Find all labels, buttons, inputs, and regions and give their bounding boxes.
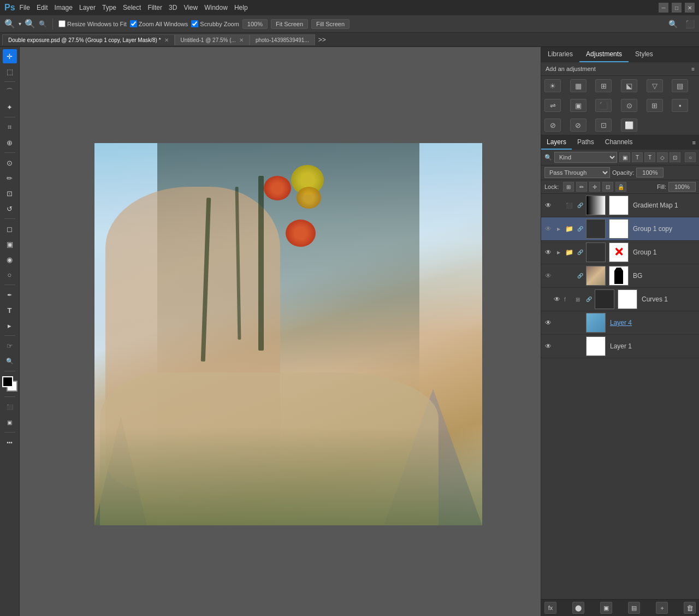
layer-visibility-layer-1[interactable]: 👁 <box>543 341 553 351</box>
zoom-tool[interactable]: 🔍 <box>3 354 17 368</box>
menu-window[interactable]: Window <box>204 4 228 11</box>
layer-visibility-gradient-map-1[interactable]: 👁 <box>543 200 553 210</box>
brightness-contrast-adj[interactable]: ☀ <box>544 79 561 92</box>
tabs-overflow-button[interactable]: >> <box>315 34 329 46</box>
canvas[interactable] <box>94 143 482 525</box>
layer-row-group-1[interactable]: 👁 ▶ 📁 🔗 ✕ Group 1 <box>541 241 699 264</box>
type-tool[interactable]: T <box>3 303 17 317</box>
fit-screen-button[interactable]: Fit Screen <box>271 19 308 29</box>
layer-group-button[interactable]: ▤ <box>628 602 640 614</box>
levels-adj[interactable]: ▦ <box>570 79 587 92</box>
filter-toggle[interactable]: ○ <box>685 152 696 162</box>
tab-libraries[interactable]: Libraries <box>541 47 579 62</box>
layer-visibility-curves-1[interactable]: 👁 <box>552 294 562 304</box>
blend-mode-select[interactable]: Pass Through <box>544 167 610 178</box>
color-balance-adj[interactable]: ⇌ <box>544 99 561 112</box>
scrubby-zoom-checkbox[interactable] <box>191 20 198 27</box>
layer-row-bg[interactable]: 👁 🔗 BG <box>541 264 699 288</box>
filter-pixel-icon[interactable]: ▣ <box>619 152 630 162</box>
hand-tool[interactable]: ☞ <box>3 339 17 353</box>
menu-type[interactable]: Type <box>102 4 116 11</box>
filter-adjustment-icon[interactable]: T <box>632 152 643 162</box>
foreground-background-colors[interactable] <box>2 376 17 392</box>
hsl-adj[interactable]: ▤ <box>672 79 688 92</box>
layer-kind-filter[interactable]: Kind <box>554 152 617 163</box>
invert-adj[interactable]: ▪ <box>672 99 688 112</box>
fill-screen-button[interactable]: Fill Screen <box>311 19 350 29</box>
menu-image[interactable]: Image <box>55 4 73 11</box>
tab-paths[interactable]: Paths <box>572 135 600 150</box>
layer-visibility-group-1-copy[interactable]: 👁 <box>543 224 553 234</box>
curves-adj[interactable]: ⊞ <box>595 79 612 92</box>
more-tools[interactable]: ••• <box>3 435 17 449</box>
lock-artboard[interactable]: ⊡ <box>602 182 613 192</box>
lasso-tool[interactable]: ⌒ <box>3 85 17 99</box>
foreground-color[interactable] <box>2 376 13 387</box>
filter-shape-icon[interactable]: ◇ <box>657 152 668 162</box>
zoom-tool-icon[interactable]: 🔍 <box>4 19 15 29</box>
blur-tool[interactable]: ◉ <box>3 252 17 266</box>
maximize-button[interactable]: □ <box>672 3 682 13</box>
menu-file[interactable]: File <box>20 4 30 11</box>
layer-name-layer-4[interactable]: Layer 4 <box>608 319 697 327</box>
lock-checkerboard[interactable]: ⊞ <box>563 182 574 192</box>
zoom-all-windows-checkbox[interactable] <box>130 20 137 27</box>
crop-tool[interactable]: ⌗ <box>3 120 17 134</box>
layer-row-layer-4[interactable]: 👁 Layer 4 <box>541 311 699 335</box>
brush-tool[interactable]: ✏ <box>3 171 17 185</box>
menu-3d[interactable]: 3D <box>169 4 177 11</box>
layer-expand-group-1[interactable]: ▶ <box>555 249 562 256</box>
path-selection-tool[interactable]: ▸ <box>3 318 17 333</box>
opacity-input[interactable] <box>636 168 664 177</box>
eyedropper-tool[interactable]: ⊕ <box>3 135 17 150</box>
resize-windows-checkbox[interactable] <box>58 20 66 27</box>
layer-new-button[interactable]: ＋ <box>656 602 668 614</box>
layer-visibility-group-1[interactable]: 👁 <box>543 247 553 257</box>
layer-visibility-bg[interactable]: 👁 <box>543 271 553 281</box>
layer-mask-button[interactable]: ⬤ <box>572 602 584 614</box>
tab-0[interactable]: Double exposure.psd @ 27.5% (Group 1 cop… <box>2 34 175 45</box>
fill-input[interactable] <box>668 182 696 192</box>
selective-color-adj[interactable]: ⬜ <box>621 119 637 132</box>
screen-mode[interactable]: ▣ <box>3 415 17 429</box>
tab-channels[interactable]: Channels <box>600 135 638 150</box>
filter-type-icon[interactable]: T <box>644 152 655 162</box>
filter-smart-icon[interactable]: ⊡ <box>670 152 680 162</box>
clone-stamp-tool[interactable]: ⊡ <box>3 186 17 200</box>
minimize-button[interactable]: ─ <box>659 3 668 13</box>
lock-all[interactable]: 🔒 <box>615 182 626 192</box>
lock-position[interactable]: ✛ <box>589 182 600 192</box>
menu-edit[interactable]: Edit <box>37 4 48 11</box>
arrange-documents-icon[interactable]: ⬛ <box>685 20 695 28</box>
magic-wand-tool[interactable]: ✦ <box>3 100 17 114</box>
photo-filter-adj[interactable]: ⬛ <box>595 99 612 112</box>
tab-adjustments[interactable]: Adjustments <box>579 47 629 62</box>
eraser-tool[interactable]: ◻ <box>3 222 17 236</box>
color-lookup-adj[interactable]: ⊞ <box>647 99 663 112</box>
panel-options-icon[interactable]: ≡ <box>691 66 695 72</box>
gradient-tool[interactable]: ▣ <box>3 237 17 251</box>
tab-styles[interactable]: Styles <box>629 47 660 62</box>
layer-visibility-layer-4[interactable]: 👁 <box>543 318 553 328</box>
layer-row-group-1-copy[interactable]: 👁 ▶ 📁 🔗 Group 1 copy <box>541 217 699 241</box>
move-tool[interactable]: ✛ <box>3 49 17 63</box>
close-button[interactable]: ✕ <box>685 3 695 13</box>
spot-heal-tool[interactable]: ⊙ <box>3 156 17 170</box>
layer-adjustment-button[interactable]: ▣ <box>600 602 612 614</box>
dodge-tool[interactable]: ○ <box>3 268 17 282</box>
search-icon[interactable]: 🔍 <box>668 20 678 28</box>
scrubby-zoom-label[interactable]: Scrubby Zoom <box>191 20 239 27</box>
threshold-adj[interactable]: ⊘ <box>570 119 587 132</box>
zoom-in-icon[interactable]: 🔍 <box>25 19 35 29</box>
exposure-adj[interactable]: ⬕ <box>621 79 637 92</box>
black-white-adj[interactable]: ▣ <box>570 99 587 112</box>
layer-expand-group-1-copy[interactable]: ▶ <box>555 226 562 232</box>
history-brush-tool[interactable]: ↺ <box>3 202 17 216</box>
posterize-adj[interactable]: ⊘ <box>544 119 561 132</box>
tab-1[interactable]: Untitled-1 @ 27.5% (... ✕ <box>175 34 250 45</box>
zoom-all-windows-label[interactable]: Zoom All Windows <box>130 20 188 27</box>
layer-row-gradient-map-1[interactable]: 👁 ⬛ 🔗 Gradient Map 1 <box>541 194 699 217</box>
menu-view[interactable]: View <box>183 4 198 11</box>
menu-select[interactable]: Select <box>123 4 141 11</box>
zoom-out-icon[interactable]: 🔍 <box>39 20 47 28</box>
